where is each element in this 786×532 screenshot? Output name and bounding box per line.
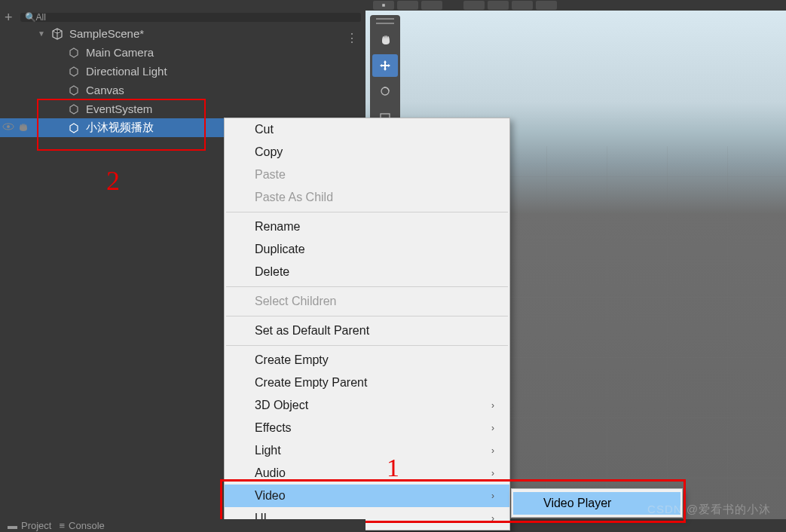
context-menu: Cut Copy Paste Paste As Child Rename Dup…	[224, 118, 510, 530]
hierarchy-item-directional-light[interactable]: Directional Light	[0, 62, 365, 81]
ctx-duplicate[interactable]: Duplicate	[225, 238, 509, 261]
tool-dropdown-4[interactable]	[512, 1, 533, 10]
separator	[226, 345, 508, 346]
gameobject-icon	[68, 47, 80, 59]
tab-project[interactable]: ▬ Project	[8, 520, 51, 531]
gameobject-icon	[68, 84, 80, 96]
hierarchy-item-main-camera[interactable]: Main Camera	[0, 43, 365, 62]
hierarchy-toolbar	[0, 0, 365, 11]
search-input[interactable]: 🔍 All	[20, 13, 361, 22]
add-button[interactable]: +	[5, 10, 13, 26]
gameobject-icon	[68, 122, 80, 134]
annotation-label-1: 1	[387, 454, 399, 482]
ctx-rename[interactable]: Rename	[225, 216, 509, 238]
search-placeholder: All	[36, 12, 46, 23]
tab-console[interactable]: ≡ Console	[59, 520, 104, 531]
chevron-right-icon: ›	[491, 400, 494, 411]
top-bar	[0, 0, 786, 11]
gameobject-icon	[68, 66, 80, 78]
video-submenu: Video Player	[511, 488, 683, 518]
svg-point-2	[7, 125, 10, 128]
folder-icon: ▬	[8, 520, 17, 531]
tool-grid-snap[interactable]	[463, 1, 485, 10]
tool-pivot[interactable]	[373, 1, 394, 10]
console-icon: ≡	[59, 520, 65, 531]
scene-top-toolbar	[365, 0, 786, 11]
gameobject-icon	[68, 103, 80, 115]
separator	[226, 316, 508, 316]
hierarchy-item-eventsystem[interactable]: EventSystem	[0, 99, 365, 118]
ctx-effects[interactable]: Effects›	[225, 417, 509, 439]
move-tool[interactable]	[372, 54, 398, 77]
ctx-delete[interactable]: Delete	[225, 261, 509, 283]
scene-row[interactable]: ▼ SampleScene*	[0, 24, 365, 43]
visibility-icons	[2, 121, 30, 132]
ctx-copy[interactable]: Copy	[225, 141, 509, 164]
chevron-right-icon: ›	[491, 468, 494, 478]
item-label: Directional Light	[86, 65, 167, 78]
hierarchy-item-canvas[interactable]: Canvas	[0, 81, 365, 99]
expand-icon[interactable]: ▼	[38, 29, 45, 38]
ctx-light[interactable]: Light›	[225, 439, 509, 462]
annotation-label-2: 2	[106, 165, 120, 197]
tool-dropdown-2[interactable]	[421, 1, 442, 10]
chevron-right-icon: ›	[491, 445, 494, 456]
eye-icon[interactable]	[2, 121, 15, 132]
unity-scene-icon	[51, 28, 63, 40]
separator	[226, 212, 508, 212]
chevron-right-icon: ›	[491, 491, 494, 501]
chevron-right-icon: ›	[491, 423, 494, 433]
drag-handle-icon[interactable]	[376, 18, 394, 24]
ctx-paste: Paste	[225, 164, 509, 186]
ctx-set-default-parent[interactable]: Set as Default Parent	[225, 320, 509, 342]
tab-label: Console	[69, 520, 105, 531]
ctx-create-empty[interactable]: Create Empty	[225, 349, 509, 371]
hand-icon[interactable]	[17, 121, 30, 132]
more-icon[interactable]: ⋮	[346, 31, 358, 45]
item-label: 小沐视频播放	[86, 121, 154, 135]
tool-dropdown-5[interactable]	[536, 1, 557, 10]
ctx-select-children: Select Children	[225, 290, 509, 313]
ctx-audio[interactable]: Audio›	[225, 462, 509, 485]
item-label: Canvas	[86, 84, 124, 96]
ctx-paste-as-child: Paste As Child	[225, 186, 509, 209]
scene-tools	[370, 15, 400, 133]
chevron-right-icon: ›	[491, 513, 494, 524]
submenu-video-player[interactable]: Video Player	[513, 492, 680, 515]
rotate-tool[interactable]	[372, 80, 398, 102]
hand-tool[interactable]	[372, 29, 398, 51]
search-icon: 🔍	[25, 12, 36, 23]
separator	[226, 286, 508, 287]
scene-name: SampleScene*	[69, 27, 144, 40]
tool-dropdown-1[interactable]	[397, 1, 418, 10]
ctx-3d-object[interactable]: 3D Object›	[225, 394, 509, 417]
item-label: Main Camera	[86, 46, 154, 59]
tab-label: Project	[21, 520, 51, 531]
tool-dropdown-3[interactable]	[488, 1, 509, 10]
ctx-create-empty-parent[interactable]: Create Empty Parent	[225, 371, 509, 394]
ctx-cut[interactable]: Cut	[225, 118, 509, 141]
bottom-tabs: ▬ Project ≡ Console	[0, 519, 365, 532]
svg-rect-0	[382, 4, 385, 7]
ctx-video[interactable]: Video›	[225, 485, 509, 507]
item-label: EventSystem	[86, 102, 152, 115]
